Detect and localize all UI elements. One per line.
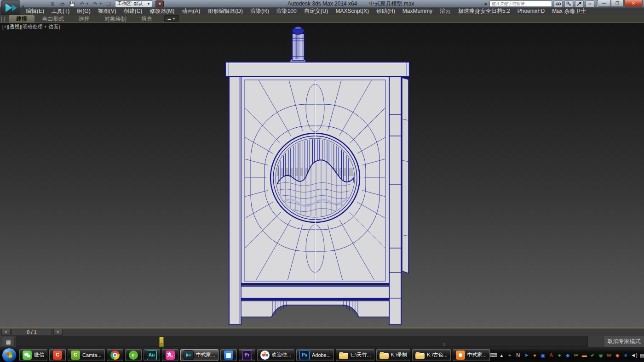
minimize-button[interactable]: — [598, 0, 610, 7]
app-title: Autodesk 3ds Max 2014 x64 [288, 0, 357, 7]
security-tray-icon[interactable]: ◆ [564, 348, 571, 362]
defender-tray-icon[interactable]: ◆ [614, 348, 621, 362]
menu-item-4[interactable]: 创建(C) [120, 7, 146, 15]
perspective-viewport[interactable]: [+][透视][明暗处理 + 边面] [0, 23, 644, 328]
ime-mode-icon[interactable]: N [515, 348, 522, 362]
menu-item-12[interactable]: 帮助(H) [373, 7, 399, 15]
mini-curve-editor-button[interactable]: ▦ [2, 337, 15, 347]
time-slider-marker[interactable]: 0 [159, 337, 164, 347]
taskbar-photoshop[interactable]: PsAdobe... [296, 349, 334, 361]
ribbon-tab-4[interactable]: 填充 [134, 15, 160, 23]
taskbar-3dsmax[interactable]: 中式家... [180, 349, 218, 361]
taskbar-media-app[interactable]: ▦ [220, 349, 237, 361]
taskbar-camtasia[interactable]: CCamta... [68, 349, 105, 361]
restore-button[interactable]: ❐ [611, 0, 624, 7]
volume-icon[interactable]: ◄) [631, 348, 638, 362]
chrome-icon [110, 351, 120, 360]
menu-item-15[interactable]: 极速瘦身安全归档5.2 [454, 7, 514, 15]
ribbon-tab-3[interactable]: 对象绘制 [97, 15, 134, 23]
track-bar-ruler[interactable]: 0 1 [16, 336, 588, 347]
communication-center-icon[interactable] [575, 0, 584, 7]
menu-item-16[interactable]: PhoenixFD [514, 7, 548, 15]
taskbar-wan-app[interactable]: 丸 [162, 349, 178, 361]
save-file-icon[interactable]: 💾 [69, 1, 75, 7]
show-hidden-icons[interactable]: ▴ [498, 348, 505, 362]
undo-caret-icon[interactable]: ▼ [86, 2, 89, 5]
taskbar-chrome[interactable] [107, 349, 123, 361]
menu-item-13[interactable]: MaxMummy [399, 7, 436, 15]
uploader-tray-icon[interactable]: ➤ [523, 348, 530, 362]
usb-tray-icon[interactable]: ✔ [589, 348, 596, 362]
pill-tray-icon[interactable]: ● [531, 348, 538, 362]
drive-tray-icon[interactable]: ▬ [581, 348, 588, 362]
menu-item-2[interactable]: 组(G) [73, 7, 94, 15]
sync-tray-icon[interactable]: ▣ [540, 348, 546, 362]
project-folder-icon[interactable]: ❐ [105, 1, 112, 7]
menu-item-5[interactable]: 修改器(M) [146, 7, 178, 15]
ime-layout-icon[interactable]: + [506, 348, 513, 362]
viewport-shading-label[interactable]: [明暗处理 + 边面] [21, 24, 60, 29]
subscription-key-icon[interactable] [564, 0, 573, 7]
menu-item-7[interactable]: 图形编辑器(D) [204, 7, 247, 15]
viewport-menu-plus[interactable]: [+] [2, 24, 8, 29]
acrobat-tray-icon[interactable]: A [548, 348, 555, 362]
taskbar-camtasia-recorder[interactable]: C [49, 349, 66, 361]
taskbar-wechat[interactable]: 微信 [19, 349, 47, 361]
menu-item-3[interactable]: 视图(V) [94, 7, 120, 15]
windows-taskbar: 微信CCCamta...eAu丸中式家...▦Pr欢迎使...PsAdobe..… [0, 347, 644, 362]
marker-frame-label: 0 [161, 342, 162, 346]
menu-item-14[interactable]: 渲云 [436, 7, 454, 15]
folder-icon [380, 351, 389, 360]
workspace-selector[interactable]: 工作区: 默认 ▼ [115, 0, 153, 7]
taskbar-welcome[interactable]: 欢迎使... [257, 349, 294, 361]
capture-tray-icon[interactable]: ✂ [573, 348, 580, 362]
menu-item-9[interactable]: 渲染100 [273, 7, 300, 15]
cancel-expert-mode-button[interactable]: 取消专家模式 [604, 336, 644, 347]
network-icon[interactable]: ▤ [639, 348, 644, 362]
previous-frame-button[interactable]: < [1, 329, 11, 336]
viewport-label: [+][透视][明暗处理 + 边面] [2, 23, 60, 30]
ribbon-tab-2[interactable]: 选择 [71, 15, 97, 23]
menu-item-10[interactable]: 自定义(U) [300, 7, 332, 15]
ribbon-drag-handle[interactable] [1, 17, 5, 22]
new-scene-icon[interactable]: 🗎 [50, 1, 56, 7]
ribbon-tab-0[interactable]: 建模 [9, 15, 34, 23]
taskbar-folder-k1[interactable]: K:\录制 [376, 349, 410, 361]
recorder-tray-icon[interactable]: ◉ [598, 348, 604, 362]
taskbar-360-browser[interactable]: e [125, 349, 142, 361]
redo-caret-icon[interactable]: ▼ [99, 2, 102, 5]
taskbar-audition[interactable]: Au [144, 349, 160, 361]
redo-icon[interactable]: ↷ [92, 1, 98, 7]
taskbar-screenrec[interactable]: 中式家... [453, 349, 490, 361]
menu-item-0[interactable]: 编辑(E) [22, 7, 48, 15]
next-frame-button[interactable]: > [53, 329, 63, 336]
3dsmax-application-menu-button[interactable] [1, 0, 20, 15]
ribbon-overflow-button[interactable]: ▬▼ [164, 15, 179, 22]
keyboard-icon[interactable]: ⌨ [490, 348, 497, 362]
ribbon-tab-1[interactable]: 自由形式 [34, 15, 71, 23]
taskbar-premiere[interactable]: Pr [239, 349, 255, 361]
browser-tray-icon[interactable]: e [622, 348, 629, 362]
photoshop-icon: Ps [299, 350, 310, 360]
search-input[interactable] [489, 0, 552, 7]
menu-item-6[interactable]: 动画(A) [178, 7, 204, 15]
start-button[interactable] [2, 348, 17, 362]
frame-counter[interactable]: 0 / 1 [12, 329, 52, 336]
taskbar-folder-k2[interactable]: K:\古色... [412, 349, 451, 361]
workspace-menu-button[interactable]: ▼ [155, 0, 164, 7]
viewport-pov-label[interactable]: [透视] [8, 24, 21, 29]
infocenter-collapse-icon[interactable]: ▶ [485, 2, 488, 6]
search-icon[interactable] [554, 0, 563, 7]
menu-item-8[interactable]: 渲染(R) [247, 7, 273, 15]
menu-item-1[interactable]: 工具(T) [48, 7, 73, 15]
open-file-icon[interactable]: 🗁 [59, 1, 66, 7]
close-button[interactable]: × [624, 0, 643, 7]
wechat-tray-icon[interactable]: ● [556, 348, 563, 362]
mail-tray-icon[interactable]: ✉ [606, 348, 613, 362]
taskbar-folder-e[interactable]: E:\天竹... [336, 349, 374, 361]
favorites-star-icon[interactable]: ☆ [586, 0, 594, 7]
undo-icon[interactable]: ↶ [79, 1, 85, 7]
menu-item-11[interactable]: MAXScript(X) [332, 7, 373, 15]
menu-item-17[interactable]: Max 杀毒卫士 [548, 7, 590, 15]
app-menu-caret-icon[interactable]: ▼ [21, 5, 25, 9]
